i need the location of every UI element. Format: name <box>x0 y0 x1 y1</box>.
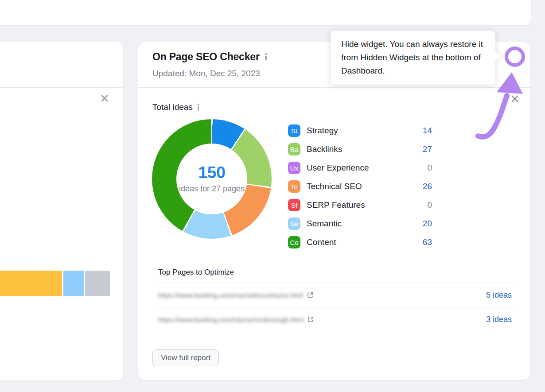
legend-row-backlinks: Ba Backlinks 27 <box>288 140 432 159</box>
ideas-count-link[interactable]: 3 ideas <box>486 315 512 324</box>
serp-features-badge-icon: Sf <box>288 199 300 211</box>
external-link-icon[interactable] <box>307 316 314 323</box>
top-pages-title: Top Pages to Optimize <box>158 268 234 277</box>
content-count-link[interactable]: 63 <box>423 237 432 247</box>
user-experience-badge-icon: Ux <box>288 162 300 174</box>
semantic-badge-icon: Se <box>288 217 300 230</box>
page-url-blurred: https://www.booking.com/marriott/country… <box>158 291 303 299</box>
strategy-badge-icon: St <box>288 124 300 137</box>
legend-row-technical-seo: Te Technical SEO 26 <box>288 177 432 196</box>
user-experience-count: 0 <box>427 163 432 173</box>
legend-label: Strategy <box>307 126 423 136</box>
legend-row-strategy: St Strategy 14 <box>288 121 432 140</box>
on-page-seo-checker-widget: On Page SEO Checker Updated: Mon, Dec 25… <box>138 42 530 380</box>
donut-center-label: ideas for 27 pages <box>179 183 245 194</box>
left-card-header-divider <box>0 87 123 88</box>
tooltip-text: Hide widget. You can always restore it f… <box>341 39 483 75</box>
external-link-icon[interactable] <box>307 291 314 299</box>
legend-label: Backlinks <box>307 144 423 154</box>
close-widget-button[interactable] <box>99 93 110 104</box>
left-widget-card-partial <box>0 42 123 380</box>
page-url-blurred: https://www.booking.com/city/us/mcdonoug… <box>158 316 304 323</box>
legend-row-content: Co Content 63 <box>288 233 432 252</box>
donut-chart[interactable]: 150 ideas for 27 pages <box>152 119 272 239</box>
legend-label: Content <box>307 237 423 247</box>
hide-widget-button[interactable] <box>510 93 520 104</box>
technical-seo-count-link[interactable]: 26 <box>423 182 432 191</box>
top-page-row: https://www.booking.com/city/us/mcdonoug… <box>158 307 517 331</box>
strategy-count-link[interactable]: 14 <box>423 126 432 136</box>
bar-segment-yellow <box>0 271 62 296</box>
top-widget-card-partial <box>0 0 531 25</box>
bar-segment-gray <box>85 271 110 296</box>
backlinks-badge-icon: Ba <box>288 143 300 155</box>
donut-center: 150 ideas for 27 pages <box>176 144 247 214</box>
total-ideas-heading: Total ideas <box>152 102 200 112</box>
widget-title: On Page SEO Checker <box>152 51 260 63</box>
close-icon <box>101 94 109 102</box>
total-ideas-label: Total ideas <box>152 102 193 112</box>
legend-label: Semantic <box>307 219 423 229</box>
legend-row-serp-features: Sf SERP Features 0 <box>288 196 432 214</box>
serp-features-count: 0 <box>427 200 432 210</box>
legend-label: Technical SEO <box>307 182 423 191</box>
legend-row-semantic: Se Semantic 20 <box>288 214 432 233</box>
info-icon[interactable] <box>197 104 200 111</box>
dashboard-page: On Page SEO Checker Updated: Mon, Dec 25… <box>0 0 545 392</box>
widget-header-divider <box>138 87 530 88</box>
top-page-row: https://www.booking.com/marriott/country… <box>158 283 517 307</box>
donut-total-value: 150 <box>198 164 226 182</box>
legend-row-user-experience: Ux User Experience 0 <box>288 159 432 177</box>
ideas-count-link[interactable]: 5 ideas <box>486 291 512 300</box>
info-icon[interactable] <box>265 53 268 61</box>
stacked-bar-chart-partial <box>0 271 110 296</box>
semantic-count-link[interactable]: 20 <box>423 219 432 229</box>
backlinks-count-link[interactable]: 27 <box>423 144 432 154</box>
content-badge-icon: Co <box>288 236 300 248</box>
ideas-legend: St Strategy 14 Ba Backlinks 27 Ux User E… <box>288 121 432 252</box>
bar-segment-lightblue <box>63 271 84 296</box>
hide-widget-tooltip: Hide widget. You can always restore it f… <box>331 31 495 85</box>
close-icon <box>511 95 519 103</box>
view-full-report-button[interactable]: View full report <box>152 349 219 366</box>
technical-seo-badge-icon: Te <box>288 180 300 193</box>
legend-label: SERP Features <box>307 200 427 210</box>
legend-label: User Experience <box>307 163 427 173</box>
